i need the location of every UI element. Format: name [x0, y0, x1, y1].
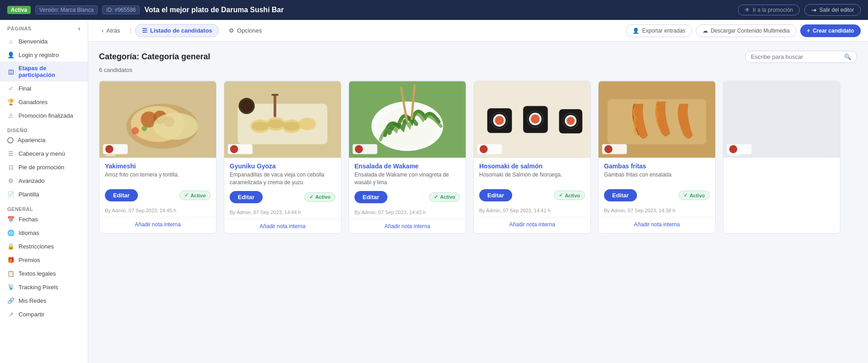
check-icon: ✓	[309, 194, 313, 200]
candidate-card: Ensalada de Wakame Ensalada de Wakame co…	[349, 81, 466, 234]
search-input[interactable]	[751, 53, 841, 60]
candidate-name: Ensalada de Wakame	[354, 162, 460, 170]
svg-point-6	[153, 113, 198, 140]
svg-point-7	[132, 127, 139, 134]
sidebar-item-avanzado[interactable]: ⚙ Avanzado	[0, 174, 88, 187]
sidebar-item-promocion[interactable]: ⚠ Promoción finalizada	[0, 109, 88, 122]
edit-button[interactable]: Editar	[354, 191, 387, 203]
add-note-link[interactable]: Añadir nota interna	[509, 221, 555, 228]
category-header: Categoría: Categoría general 🔍	[99, 51, 857, 63]
plus-icon: +	[807, 28, 810, 34]
sidebar-item-login[interactable]: 👤 Login y registro	[0, 48, 88, 62]
candidate-description: Arroz frito con ternera y tortilla.	[105, 171, 211, 185]
sidebar: Páginas ‹ ⌂ Bienvenida 👤 Login y registr…	[0, 20, 88, 363]
exit-editor-button[interactable]: ⇥ Salir del editor	[804, 4, 861, 16]
gear-icon: ⚙	[229, 27, 234, 34]
svg-rect-21	[274, 95, 276, 117]
badge-id: ID: #965586	[102, 5, 140, 14]
download-media-button[interactable]: ☁ Descargar Contenido Multimedia	[696, 24, 797, 37]
svg-point-38	[495, 116, 504, 125]
sidebar-item-label: Cabecera y menú	[19, 150, 65, 157]
page-content: Categoría: Categoría general 🔍 6 candida…	[88, 42, 868, 363]
tab-candidatos[interactable]: ☰ Listado de candidatos	[135, 24, 219, 37]
user-icon: 👤	[7, 51, 14, 58]
sidebar-item-cabecera[interactable]: ☰ Cabecera y menú	[0, 147, 88, 160]
sidebar-item-tracking[interactable]: 📡 Tracking Pixels	[0, 280, 88, 294]
sidebar-item-premios[interactable]: 🎁 Premios	[0, 253, 88, 267]
sidebar-item-bienvenida[interactable]: ⌂ Bienvenida	[0, 34, 88, 48]
svg-point-20	[283, 122, 300, 131]
search-box[interactable]: 🔍	[745, 51, 857, 63]
layers-icon: ◫	[7, 68, 14, 75]
search-icon: 🔍	[844, 53, 851, 60]
sidebar-item-final[interactable]: ✓ Final	[0, 81, 88, 95]
sidebar-item-redes[interactable]: 🔗 Mis Redes	[0, 294, 88, 307]
sidebar-item-label: Compartir	[19, 311, 44, 318]
candidate-note: Añadir nota interna	[474, 217, 590, 231]
gift-icon: 🎁	[7, 256, 14, 263]
trophy-icon: 🏆	[7, 98, 14, 105]
share-icon: 🔗	[7, 297, 14, 304]
eye-icon: 👁	[745, 7, 750, 13]
candidate-name: Yakimeshi	[105, 162, 211, 170]
sidebar-item-plantilla[interactable]: 📄 Plantilla	[0, 187, 88, 201]
candidate-meta: By Admin, 07 Sep 2023, 14:43 h	[349, 208, 466, 219]
sidebar-item-etapas[interactable]: ◫ Etapas de participación	[0, 62, 88, 81]
candidate-card-actions: Editar ✓ Activo	[474, 185, 590, 206]
sidebar-section-diseno: Diseño	[0, 121, 35, 135]
add-note-link[interactable]: Añadir nota interna	[135, 221, 180, 228]
create-candidate-button[interactable]: + Crear candidato	[800, 24, 861, 37]
globe-icon: 🌐	[7, 229, 14, 236]
candidate-card-body: Hosomaki de salmón Hosomaki de Salmón de…	[474, 158, 590, 185]
candidate-name: Hosomaki de salmón	[479, 162, 585, 170]
candidate-card-body: Gyuniku Gyoza Empanadillas de vaca vieja…	[224, 158, 341, 186]
sub-nav: ‹ Atrás | ☰ Listado de candidatos ⚙ Opci…	[88, 20, 868, 42]
svg-point-17	[298, 118, 316, 130]
svg-rect-22	[271, 94, 278, 96]
file-icon: 📄	[7, 191, 14, 198]
edit-button[interactable]: Editar	[230, 191, 263, 203]
candidate-image	[599, 81, 715, 158]
check-icon: ✓	[559, 192, 563, 198]
sidebar-item-apariencia[interactable]: Apariencia	[0, 134, 88, 147]
status-badge: ✓ Activo	[429, 192, 460, 202]
download-icon: 👤	[632, 28, 639, 34]
svg-point-24	[241, 100, 253, 112]
svg-point-55	[729, 145, 737, 153]
edit-button[interactable]: Editar	[604, 189, 637, 201]
sidebar-item-compartir[interactable]: ↗ Compartir	[0, 307, 88, 321]
page-title: Vota el mejor plato de Daruma Sushi Bar	[144, 6, 733, 14]
sidebar-item-restricciones[interactable]: 🔒 Restricciones	[0, 239, 88, 253]
candidate-name: Gyuniku Gyoza	[230, 162, 335, 170]
svg-point-52	[604, 145, 613, 153]
add-note-link[interactable]: Añadir nota interna	[259, 223, 305, 229]
sidebar-item-label: Final	[19, 85, 31, 92]
sidebar-item-fechas[interactable]: 📅 Fechas	[0, 212, 88, 226]
sidebar-item-idiomas[interactable]: 🌐 Idiomas	[0, 226, 88, 239]
add-note-link[interactable]: Añadir nota interna	[634, 221, 679, 228]
sidebar-item-pie[interactable]: ⊡ Pie de promoción	[0, 160, 88, 174]
tab-opciones[interactable]: ⚙ Opciones	[222, 24, 268, 37]
back-button[interactable]: ‹ Atrás	[95, 24, 127, 37]
sidebar-item-label: Pie de promoción	[19, 164, 64, 171]
export-button[interactable]: 👤 Exportar entradas	[626, 24, 692, 37]
svg-point-8	[142, 126, 147, 131]
candidate-card-placeholder: DARUMA	[723, 81, 840, 234]
candidate-note: Añadir nota interna	[349, 219, 466, 233]
edit-button[interactable]: Editar	[105, 189, 138, 201]
main-layout: Páginas ‹ ⌂ Bienvenida 👤 Login y registr…	[0, 20, 868, 363]
sidebar-item-ganadores[interactable]: 🏆 Ganadores	[0, 95, 88, 109]
edit-button[interactable]: Editar	[479, 189, 512, 201]
go-to-promo-button[interactable]: 👁 Ir a la promoción	[738, 5, 800, 15]
candidate-meta: By Admin, 07 Sep 2023, 14:45 h	[99, 206, 216, 217]
status-badge: ✓ Activo	[179, 191, 211, 200]
sidebar-collapse-icon[interactable]: ‹	[78, 24, 80, 33]
add-note-link[interactable]: Añadir nota interna	[384, 223, 430, 229]
sidebar-item-textos[interactable]: 📋 Textos legales	[0, 267, 88, 280]
status-badge: ✓ Activo	[304, 192, 335, 202]
candidate-note: Añadir nota interna	[599, 217, 715, 231]
svg-point-19	[268, 119, 284, 129]
sidebar-item-label: Promoción finalizada	[19, 112, 73, 119]
sidebar-item-label: Textos legales	[19, 270, 56, 277]
candidate-name: Gambas fritas	[604, 162, 710, 170]
